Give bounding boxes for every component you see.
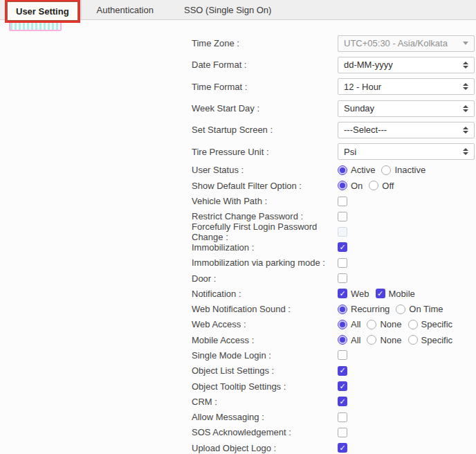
field-label: User Status : [192,165,338,175]
select-set-startup-screen[interactable]: ---Select--- [338,122,475,138]
field-label: SOS Acknowledgement : [192,427,338,437]
field-control [338,242,475,252]
form-row-web-notification-sound: Web Notification Sound :RecurringOn Time [192,301,475,316]
select-stepper-icon [463,105,468,112]
select-value: 12 - Hour [344,82,463,92]
field-control: ActiveInactive [338,165,475,175]
form-row-sos-acknowledgement: SOS Acknowledgement : [192,425,475,440]
select-week-start-day[interactable]: Sunday [338,100,475,117]
field-label: Date Format : [192,60,338,70]
radio-user-status-inactive[interactable] [381,165,391,175]
radio-mobile-access-specific[interactable] [408,335,418,345]
radio-mobile-access-all[interactable] [338,335,347,345]
radio-label: Off [382,181,394,191]
radio-show-default-filter-option-on[interactable] [338,181,347,190]
select-stepper-icon [463,148,468,155]
checkbox-restrict-change-password[interactable] [338,212,347,221]
radio-label: On [351,181,363,191]
field-label: Object Tooltip Settings : [192,381,338,392]
checkbox-object-list-settings[interactable] [338,366,347,376]
form-row-notification: Notification :WebMobile [192,286,475,301]
field-control [338,258,475,268]
annotation-highlight-artifact [9,21,62,31]
radio-option: Recurring [338,304,390,314]
select-stepper-icon [463,62,468,69]
radio-label: Recurring [351,304,390,314]
radio-option: On Time [396,304,443,314]
checkbox-object-tooltip-settings[interactable] [338,381,347,391]
form-row-show-default-filter-option: Show Default Filter Option :OnOff [192,178,475,193]
select-value: Sunday [344,103,463,113]
field-control [338,197,475,206]
radio-user-status-active[interactable] [338,165,347,175]
form-row-tire-pressure-unit: Tire Pressure Unit :Psi [192,140,475,162]
radio-web-notification-sound-recurring[interactable] [338,305,347,314]
select-value: UTC+05:30 - Asia/Kolkata [344,38,463,48]
form-row-time-format: Time Format :12 - Hour [192,76,475,98]
select-value: dd-MM-yyyy [344,60,463,70]
radio-label: On Time [409,304,443,314]
field-control [338,381,475,391]
radio-web-access-all[interactable] [338,320,347,329]
field-label: Immobilization via parking mode : [192,257,338,268]
checkbox-notification-mobile[interactable] [376,289,385,298]
radio-label: All [351,335,360,345]
radio-option: All [338,335,360,345]
tab-sso[interactable]: SSO (Single Sign On) [169,0,286,19]
checkbox-immobilization-via-parking-mode[interactable] [338,258,347,268]
form-row-door: Door : [192,271,475,286]
radio-label: All [351,319,360,329]
field-control: UTC+05:30 - Asia/Kolkata [338,35,475,52]
checkbox-vehicle-with-path[interactable] [338,197,347,206]
radio-show-default-filter-option-off[interactable] [369,181,378,190]
form-row-forcefully-first-login-password-change: Forcefully First Login Password Change : [192,224,475,239]
form-row-mobile-access: Mobile Access :AllNoneSpecific [192,332,475,347]
form-row-object-tooltip-settings: Object Tooltip Settings : [192,379,475,394]
checkbox-sos-acknowledgement[interactable] [338,428,347,437]
field-control: Psi [338,143,475,160]
checkbox-label: Mobile [389,289,415,299]
checkbox-crm[interactable] [338,397,347,406]
checkbox-label: Web [351,289,369,299]
field-label: Time Format : [192,82,338,92]
field-control [338,212,475,221]
field-label: Web Notification Sound : [192,304,338,314]
tab-authentication[interactable]: Authentication [82,0,169,19]
radio-mobile-access-none[interactable] [367,335,376,345]
radio-option: None [367,319,401,329]
field-label: Mobile Access : [192,335,338,345]
field-control [338,273,475,283]
field-control: OnOff [338,181,475,191]
form-row-allow-messaging: Allow Messaging : [192,410,475,425]
form-row-user-status: User Status :ActiveInactive [192,163,475,178]
radio-option: Inactive [381,165,425,175]
checkbox-single-mode-login[interactable] [338,350,347,360]
radio-label: Specific [421,319,453,329]
form-row-immobilization-via-parking-mode: Immobilization via parking mode : [192,255,475,271]
select-date-format[interactable]: dd-MM-yyyy [338,57,475,73]
radio-option: On [338,181,363,191]
field-control [338,428,475,437]
checkbox-upload-object-logo[interactable] [338,443,347,453]
checkbox-notification-web[interactable] [338,289,347,298]
field-label: Upload Object Logo : [192,443,338,453]
select-time-format[interactable]: 12 - Hour [338,78,475,95]
field-label: Allow Messaging : [192,412,338,422]
checkbox-allow-messaging[interactable] [338,412,347,422]
form-row-web-access: Web Access :AllNoneSpecific [192,317,475,332]
form-row-time-zone: Time Zone :UTC+05:30 - Asia/Kolkata [192,33,475,54]
select-tire-pressure-unit[interactable]: Psi [338,143,475,160]
tab-user-setting[interactable]: User Setting [7,1,78,21]
checkbox-immobilization[interactable] [338,242,347,252]
field-control [338,350,475,360]
field-label: Forcefully First Login Password Change : [192,221,338,242]
field-label: Notification : [192,289,338,299]
radio-web-access-specific[interactable] [408,320,418,329]
radio-web-notification-sound-on-time[interactable] [396,305,405,314]
checkbox-door[interactable] [338,273,347,283]
field-control [338,443,475,453]
radio-web-access-none[interactable] [367,320,376,329]
checkbox-option: Mobile [376,289,415,299]
field-control [338,366,475,376]
field-label: Time Zone : [192,38,338,48]
